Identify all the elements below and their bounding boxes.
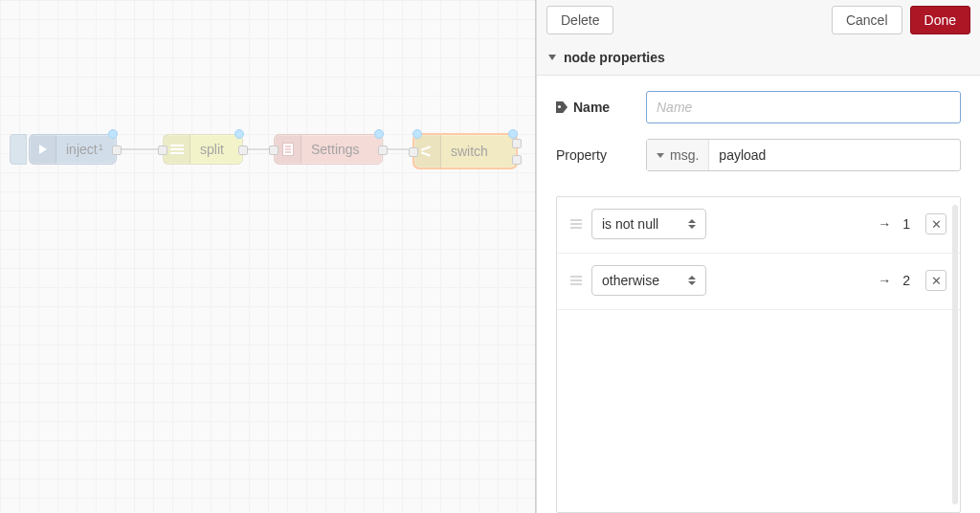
select-updown-icon xyxy=(688,219,696,229)
arrow-right-icon: → xyxy=(878,216,891,232)
node-port-in[interactable] xyxy=(158,145,167,155)
split-icon xyxy=(164,135,190,164)
node-label: switch xyxy=(441,144,498,159)
node-port-in[interactable] xyxy=(409,147,418,157)
file-icon xyxy=(275,135,301,164)
node-port-out[interactable] xyxy=(238,145,248,155)
rule-output-number: 1 xyxy=(902,216,910,232)
edit-panel: Delete Cancel Done node properties Name … xyxy=(536,0,980,513)
drag-handle-icon[interactable] xyxy=(570,219,582,229)
node-label: Settings xyxy=(301,142,369,157)
panel-toolbar: Delete Cancel Done xyxy=(537,0,980,40)
node-inject[interactable]: inject1 xyxy=(29,134,117,165)
rule-operator-select[interactable]: otherwise xyxy=(591,265,706,296)
property-value[interactable]: payload xyxy=(709,147,775,163)
caret-down-icon xyxy=(657,153,664,158)
node-port-out-1[interactable] xyxy=(512,139,522,148)
rule-row: otherwise → 2 ✕ xyxy=(557,254,960,310)
node-label: split xyxy=(190,142,234,157)
rules-list: is not null → 1 ✕ otherwise → 2 ✕ xyxy=(556,196,961,513)
select-updown-icon xyxy=(688,276,696,285)
remove-rule-button[interactable]: ✕ xyxy=(925,213,947,234)
property-label: Property xyxy=(556,147,633,163)
node-port-in[interactable] xyxy=(269,145,278,155)
drag-handle-icon[interactable] xyxy=(570,276,582,285)
cancel-button[interactable]: Cancel xyxy=(832,6,902,34)
node-changed-dot-icon xyxy=(374,129,384,139)
rule-operator-select[interactable]: is not null xyxy=(591,209,706,239)
inject-icon xyxy=(30,135,56,164)
rule-operator-label: otherwise xyxy=(602,273,659,288)
node-switch[interactable]: switch xyxy=(413,134,517,168)
node-changed-dot-icon xyxy=(412,129,422,139)
property-typed-input[interactable]: msg. payload xyxy=(646,139,961,171)
node-changed-dot-icon xyxy=(108,129,118,139)
delete-button[interactable]: Delete xyxy=(546,6,613,34)
done-button[interactable]: Done xyxy=(910,6,970,34)
node-port-out[interactable] xyxy=(112,145,122,155)
remove-rule-button[interactable]: ✕ xyxy=(925,270,947,291)
node-settings[interactable]: Settings xyxy=(274,134,383,165)
property-type-label: msg. xyxy=(670,147,699,163)
node-port-out-2[interactable] xyxy=(512,155,522,165)
section-header-node-properties[interactable]: node properties xyxy=(537,40,980,76)
property-type-selector[interactable]: msg. xyxy=(647,140,709,170)
node-label: inject1 xyxy=(56,142,112,157)
inject-trigger-button[interactable] xyxy=(10,134,27,165)
node-changed-dot-icon xyxy=(508,129,518,139)
arrow-right-icon: → xyxy=(878,273,891,288)
node-properties-form: Name Property msg. payload xyxy=(537,76,980,196)
node-split[interactable]: split xyxy=(163,134,243,165)
name-input[interactable] xyxy=(646,91,961,123)
rule-operator-label: is not null xyxy=(602,216,658,232)
tag-icon xyxy=(556,101,568,113)
node-changed-dot-icon xyxy=(234,129,244,139)
switch-icon xyxy=(414,135,441,167)
section-title: node properties xyxy=(564,50,665,65)
chevron-down-icon xyxy=(548,55,556,60)
name-label: Name xyxy=(556,100,633,115)
rule-output-number: 2 xyxy=(902,273,910,288)
flow-canvas[interactable]: inject1 split Settings switch xyxy=(0,0,536,513)
rule-row: is not null → 1 ✕ xyxy=(557,197,960,254)
node-port-out[interactable] xyxy=(378,145,388,155)
